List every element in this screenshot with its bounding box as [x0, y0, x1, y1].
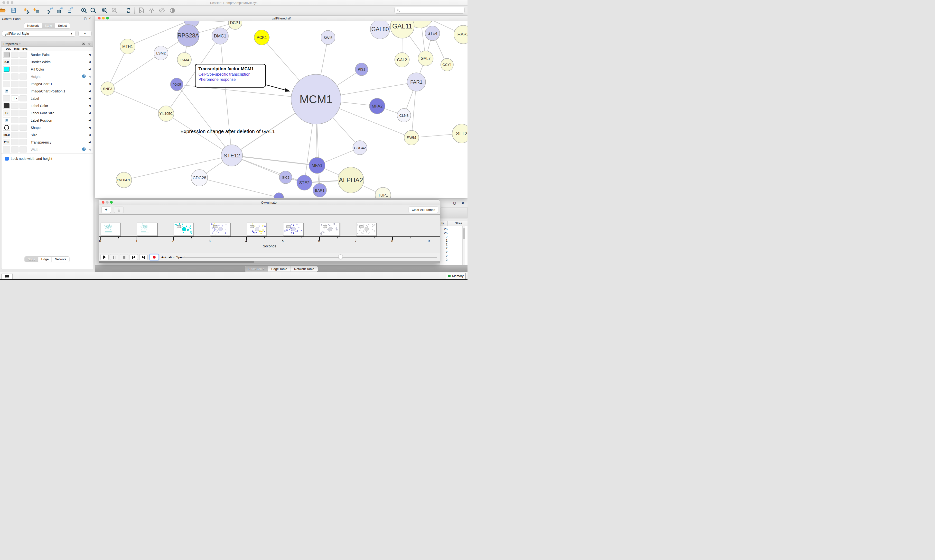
node-FAR1[interactable]: FAR1 [407, 73, 426, 91]
node-PIS1[interactable]: PIS1 [355, 63, 368, 75]
import-network-icon[interactable] [23, 7, 29, 14]
property-row-label[interactable]: ⋮›Label◀ [2, 95, 93, 102]
tab-edge-table[interactable]: Edge Table [268, 266, 291, 271]
skip-to-start-button[interactable] [130, 254, 138, 260]
expand-property-icon[interactable]: ◀ [89, 111, 91, 115]
node-STE2[interactable]: STE2 [297, 175, 312, 190]
property-cell[interactable] [11, 52, 19, 58]
property-cell[interactable] [20, 103, 27, 109]
tab-network[interactable]: Network [52, 257, 69, 262]
node-YIL105C[interactable]: YIL105C [158, 106, 174, 122]
zoom-fit-icon[interactable] [102, 7, 108, 14]
property-cell[interactable] [20, 52, 27, 58]
node-CLN3[interactable]: CLN3 [397, 109, 411, 122]
node-PDC5[interactable]: PDC5 [170, 78, 183, 91]
delete-frame-button[interactable] [114, 206, 124, 213]
property-cell[interactable] [11, 132, 19, 138]
property-cell[interactable] [20, 139, 27, 145]
skip-to-end-button[interactable] [139, 254, 148, 260]
property-cell[interactable] [3, 103, 10, 109]
collapse-all-icon[interactable] [88, 42, 91, 46]
node-SWI5[interactable]: SWI5 [321, 31, 335, 45]
node-MCM1[interactable]: MCM1 [291, 74, 341, 124]
property-cell[interactable]: 255 [3, 139, 10, 145]
expand-property-icon[interactable]: ◀ [89, 148, 91, 151]
hide-details-icon[interactable] [159, 7, 165, 14]
property-cell[interactable]: ⋮› [11, 95, 19, 102]
tab-edge[interactable]: Edge [39, 257, 52, 262]
timeline-frame-7[interactable] [320, 223, 339, 236]
expand-property-icon[interactable]: ◀ [89, 68, 91, 71]
timeline-playhead[interactable] [210, 215, 210, 237]
property-cell[interactable] [3, 88, 10, 94]
annotation-box[interactable]: Transcription factor MCM1 Cell-type-spec… [195, 64, 266, 88]
node-GIC2[interactable]: GIC2 [279, 171, 292, 184]
property-cell[interactable] [3, 117, 10, 123]
timeline-frame-1[interactable] [100, 223, 120, 236]
clear-all-frames-button[interactable]: Clear All Frames [409, 206, 438, 213]
table-column-headers[interactable]: ity Stres [440, 221, 468, 226]
animation-speed-knob[interactable] [338, 254, 343, 259]
property-cell[interactable] [3, 52, 10, 58]
task-history-button[interactable] [2, 273, 13, 280]
network-canvas[interactable]: DCP1RPS28ADMC1PCK1SWI5GAL80GAL11STE4HAP2… [95, 21, 468, 198]
expand-all-icon[interactable] [82, 42, 85, 46]
property-row-image-chart-1[interactable]: Image/Chart 1◀ [2, 80, 93, 88]
property-row-label-font-size[interactable]: 12Label Font Size◀ [2, 109, 93, 117]
style-options-button[interactable]: ▼ [79, 31, 91, 37]
property-row-width[interactable]: Widthi◀ [2, 146, 93, 154]
property-row-height[interactable]: Heighti◀ [2, 73, 93, 80]
property-cell[interactable] [11, 139, 19, 145]
close-panel-icon[interactable]: ✕ [89, 17, 91, 20]
property-cell[interactable] [11, 74, 19, 80]
expand-property-icon[interactable]: ◀ [89, 133, 91, 137]
timeline-frame-4[interactable] [210, 223, 230, 236]
property-cell[interactable] [20, 81, 27, 87]
property-cell[interactable] [3, 81, 10, 87]
timeline-frame-8[interactable] [356, 223, 376, 236]
node-LSM4[interactable]: LSM4 [177, 52, 191, 67]
annotation-link[interactable]: Cell-type-specific transcription [199, 72, 262, 77]
style-select[interactable]: galFiltered Style ▼ [2, 31, 76, 37]
annotation-link[interactable]: Pheromone response [199, 77, 262, 82]
lock-node-size-row[interactable]: ✓ Lock node width and height [5, 157, 52, 160]
node-PCK1[interactable]: PCK1 [254, 30, 269, 45]
timeline-frame-6[interactable] [283, 223, 303, 236]
export-image-icon[interactable] [67, 7, 73, 14]
property-cell[interactable] [11, 66, 19, 72]
timeline[interactable]: 0123456789 Seconds [99, 215, 440, 253]
properties-header[interactable]: Properties ▾ [2, 42, 93, 47]
property-row-border-width[interactable]: 2.0Border Width◀ [2, 58, 93, 66]
tab-network-table[interactable]: Network Table [291, 266, 318, 271]
timeline-frame-5[interactable] [247, 223, 267, 236]
property-cell[interactable] [20, 95, 27, 102]
property-cell[interactable] [20, 110, 27, 116]
node-DMC1[interactable]: DMC1 [212, 28, 228, 44]
property-cell[interactable] [11, 125, 19, 131]
float-panel-icon[interactable]: ▢ [84, 17, 87, 20]
node-TUP1[interactable]: TUP1 [375, 187, 391, 198]
search-input[interactable] [395, 7, 464, 14]
tab-node[interactable]: Node [25, 257, 38, 262]
property-row-fill-color[interactable]: Fill Color◀ [2, 66, 93, 73]
node-LSM2[interactable]: LSM2 [154, 46, 168, 60]
open-network-file-icon[interactable] [138, 7, 144, 14]
node-SLT2[interactable]: SLT2 [452, 124, 468, 143]
property-row-label-color[interactable]: Label Color◀ [2, 102, 93, 110]
property-row-image-chart-position-1[interactable]: Image/Chart Position 1◀ [2, 88, 93, 95]
node-STE12[interactable]: STE12 [221, 145, 242, 166]
node-BAR1[interactable]: BAR1 [313, 183, 327, 197]
node-YNL047C[interactable]: YNL047C [116, 172, 132, 188]
property-cell[interactable] [3, 74, 10, 80]
timeline-frame-3[interactable] [174, 223, 194, 236]
tab-node-table[interactable]: Node Table [245, 266, 268, 271]
node-SWI4[interactable]: SWI4 [404, 131, 419, 145]
node-STE4[interactable]: STE4 [425, 26, 440, 41]
memory-button[interactable]: Memory [446, 273, 466, 279]
property-cell[interactable] [20, 117, 27, 123]
property-cell[interactable] [11, 88, 19, 94]
edge-lsm2-snf3[interactable] [108, 53, 161, 89]
property-cell[interactable] [3, 125, 10, 131]
property-row-transparency[interactable]: 255Transparency◀ [2, 138, 93, 146]
property-cell[interactable]: 12 [3, 110, 10, 116]
